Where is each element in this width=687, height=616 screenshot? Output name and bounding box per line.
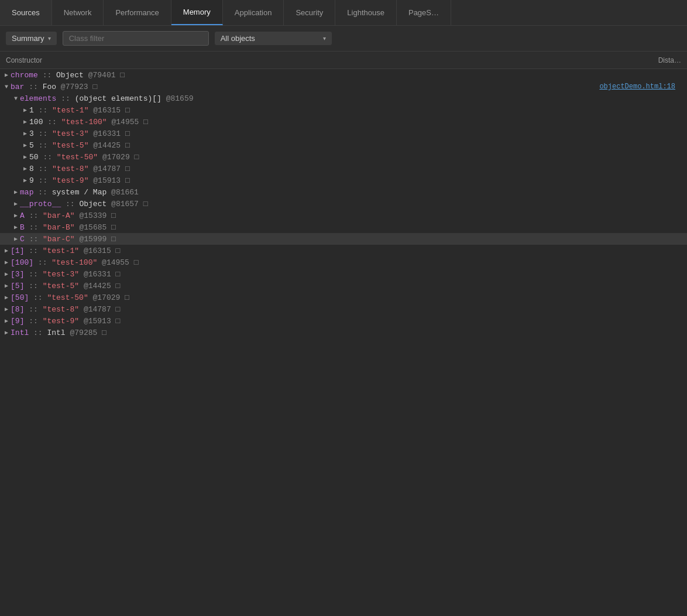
tree-content: ▶chrome :: Object @79401 □▼bar :: Foo @7… [0,69,687,616]
tab-application-label: Application [235,8,272,17]
expand-arrow-icon[interactable]: ▶ [5,71,8,78]
objects-dropdown-arrow: ▾ [323,35,326,42]
expand-arrow-icon[interactable]: ▶ [23,177,27,184]
tree-row[interactable]: ▶[8] :: "test-8" @14787 □ [0,303,687,315]
tab-lighthouse-label: Lighthouse [347,8,384,17]
expand-arrow-icon[interactable]: ▶ [23,107,27,114]
expand-arrow-icon[interactable]: ▶ [14,235,18,242]
collapse-arrow-icon[interactable]: ▼ [5,84,8,90]
expand-arrow-icon[interactable]: ▶ [5,271,8,278]
tree-row[interactable]: ▶[3] :: "test-3" @16331 □ [0,268,687,280]
tree-row[interactable]: ▶chrome :: Object @79401 □ [0,69,687,81]
expand-arrow-icon[interactable]: ▶ [23,142,27,149]
tab-pagespeed[interactable]: PageS… [397,0,451,25]
collapse-arrow-icon[interactable]: ▼ [14,95,18,102]
tree-row[interactable]: ▶__proto__ :: Object @81657 □ [0,198,687,210]
tab-bar: Sources Network Performance Memory Appli… [0,0,687,26]
tab-performance[interactable]: Performance [104,0,171,25]
summary-dropdown-arrow: ▾ [48,35,51,42]
tree-row[interactable]: ▶[1] :: "test-1" @16315 □ [0,245,687,256]
expand-arrow-icon[interactable]: ▶ [5,282,8,289]
class-filter-input[interactable] [63,31,209,46]
expand-arrow-icon[interactable]: ▶ [23,118,27,125]
tab-network-label: Network [64,8,92,17]
expand-arrow-icon[interactable]: ▶ [5,247,8,254]
tree-row[interactable]: ▶Intl :: Intl @79285 □ [0,327,687,338]
tree-row[interactable]: ▶[9] :: "test-9" @15913 □ [0,315,687,327]
tree-row[interactable]: ▶9 :: "test-9" @15913 □ [0,174,687,186]
tree-row[interactable]: ▶100 :: "test-100" @14955 □ [0,116,687,128]
tab-memory[interactable]: Memory [171,0,223,25]
objects-dropdown[interactable]: All objects ▾ [215,32,332,45]
expand-arrow-icon[interactable]: ▶ [23,153,27,160]
tab-application[interactable]: Application [223,0,284,25]
tree-row[interactable]: ▶A :: "bar-A" @15339 □ [0,210,687,221]
tab-sources-label: Sources [12,8,40,17]
expand-arrow-icon[interactable]: ▶ [5,306,8,313]
expand-arrow-icon[interactable]: ▶ [5,259,8,266]
expand-arrow-icon[interactable]: ▶ [14,224,18,231]
objects-label: All objects [221,34,255,43]
tree-row[interactable]: ▶map :: system / Map @81661 [0,186,687,198]
column-headers: Constructor Dista… [0,52,687,69]
tab-memory-label: Memory [183,8,211,16]
tab-pagespeed-label: PageS… [408,8,439,17]
tree-row[interactable]: ▶5 :: "test-5" @14425 □ [0,139,687,151]
tree-row[interactable]: ▶8 :: "test-8" @14787 □ [0,163,687,174]
tab-sources[interactable]: Sources [0,0,52,25]
tree-row[interactable]: ▶[100] :: "test-100" @14955 □ [0,256,687,268]
tab-security-label: Security [296,8,323,17]
expand-arrow-icon[interactable]: ▶ [23,165,27,172]
summary-dropdown[interactable]: Summary ▾ [6,32,57,45]
tree-row[interactable]: ▶50 :: "test-50" @17029 □ [0,151,687,163]
tree-row[interactable]: ▶3 :: "test-3" @16331 □ [0,128,687,139]
source-link[interactable]: objectDemo.html:18 [599,83,681,91]
expand-arrow-icon[interactable]: ▶ [14,189,18,196]
tree-row[interactable]: ▼bar :: Foo @77923 □objectDemo.html:18 [0,81,687,93]
distance-header: Dista… [634,56,681,64]
expand-arrow-icon[interactable]: ▶ [5,329,8,336]
expand-arrow-icon[interactable]: ▶ [14,200,18,207]
constructor-header: Constructor [6,56,634,64]
tree-row[interactable]: ▶[5] :: "test-5" @14425 □ [0,280,687,292]
toolbar: Summary ▾ All objects ▾ [0,26,687,52]
tab-network[interactable]: Network [52,0,104,25]
tab-security[interactable]: Security [284,0,335,25]
tree-row[interactable]: ▶C :: "bar-C" @15999 □ [0,233,687,245]
tree-row[interactable]: ▶[50] :: "test-50" @17029 □ [0,292,687,303]
expand-arrow-icon[interactable]: ▶ [5,317,8,324]
expand-arrow-icon[interactable]: ▶ [14,212,18,219]
tree-row[interactable]: ▶1 :: "test-1" @16315 □ [0,104,687,116]
tab-performance-label: Performance [115,8,159,17]
expand-arrow-icon[interactable]: ▶ [5,294,8,301]
summary-label: Summary [12,34,44,43]
tree-row[interactable]: ▼elements :: (object elements)[] @81659 [0,93,687,104]
expand-arrow-icon[interactable]: ▶ [23,130,27,137]
tree-row[interactable]: ▶B :: "bar-B" @15685 □ [0,221,687,233]
tab-lighthouse[interactable]: Lighthouse [335,0,397,25]
